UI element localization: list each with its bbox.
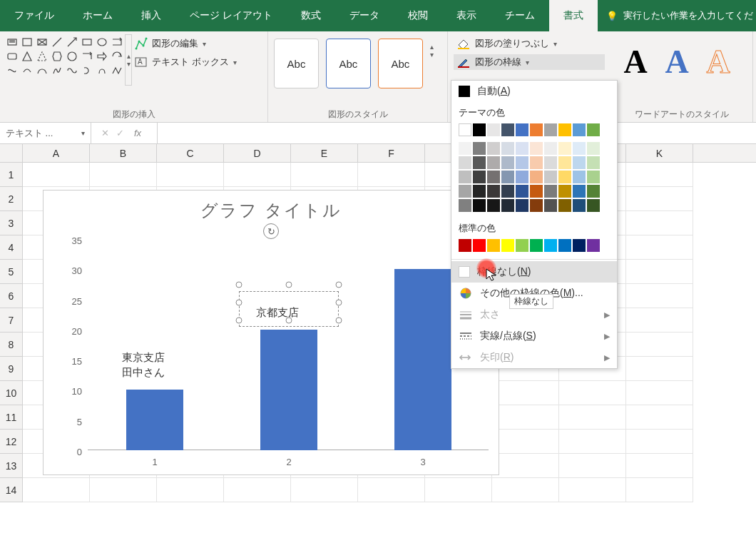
cell[interactable] (90, 163, 157, 187)
cell[interactable] (626, 163, 693, 187)
row-header[interactable]: 2 (0, 187, 23, 211)
cell[interactable] (626, 478, 693, 502)
color-swatch[interactable] (501, 199, 514, 212)
bar[interactable] (260, 330, 317, 450)
col-header[interactable]: D (224, 144, 291, 162)
cell[interactable] (157, 478, 224, 502)
cell[interactable] (626, 333, 693, 357)
row-header[interactable]: 1 (0, 163, 23, 187)
cell[interactable] (425, 478, 492, 502)
color-swatch[interactable] (587, 239, 600, 252)
tab-数式[interactable]: 数式 (287, 0, 335, 31)
resize-handle[interactable] (236, 299, 242, 305)
color-swatch[interactable] (544, 185, 557, 198)
confirm-icon[interactable]: ✓ (116, 128, 124, 138)
shape-style-3[interactable]: Abc (378, 39, 423, 88)
cell[interactable] (224, 478, 291, 502)
color-swatch[interactable] (473, 185, 486, 198)
color-swatch[interactable] (473, 142, 486, 155)
row-header[interactable]: 6 (0, 284, 23, 308)
cells-area[interactable]: グラフ タイトル ↻ 05101520253035 1東京支店田中さん2京都支店… (23, 163, 756, 502)
cell[interactable] (626, 357, 693, 381)
data-label[interactable]: 東京支店田中さん (122, 350, 165, 380)
color-swatch[interactable] (459, 239, 471, 252)
color-swatch[interactable] (587, 142, 600, 155)
color-swatch[interactable] (516, 156, 528, 169)
resize-handle[interactable] (336, 299, 342, 305)
cell[interactable] (626, 405, 693, 430)
color-swatch[interactable] (558, 156, 571, 169)
color-swatch[interactable] (544, 171, 557, 183)
cell[interactable] (626, 187, 693, 211)
color-swatch[interactable] (516, 142, 528, 155)
color-swatch[interactable] (487, 239, 500, 252)
color-swatch[interactable] (530, 199, 543, 212)
color-swatch[interactable] (516, 239, 528, 252)
color-swatch[interactable] (558, 142, 571, 155)
color-swatch[interactable] (573, 185, 586, 198)
color-swatch[interactable] (573, 156, 586, 169)
color-swatch[interactable] (587, 123, 600, 136)
color-swatch[interactable] (530, 123, 543, 136)
name-box[interactable]: テキスト ... ▾ (0, 123, 91, 143)
color-swatch[interactable] (487, 171, 500, 183)
color-swatch[interactable] (487, 185, 500, 198)
color-swatch[interactable] (501, 156, 514, 169)
cell[interactable] (626, 454, 693, 478)
cell[interactable] (559, 478, 626, 502)
color-swatch[interactable] (530, 171, 543, 183)
row-header[interactable]: 14 (0, 478, 23, 502)
color-swatch[interactable] (473, 123, 486, 136)
cell[interactable] (559, 381, 626, 405)
fx-icon[interactable]: fx (131, 128, 147, 138)
color-swatch[interactable] (487, 123, 500, 136)
cell[interactable] (626, 235, 693, 260)
col-header[interactable]: F (358, 144, 425, 162)
color-swatch[interactable] (487, 199, 500, 212)
tab-書式[interactable]: 書式 (549, 0, 598, 31)
cell[interactable] (626, 381, 693, 405)
cell[interactable] (23, 163, 90, 187)
cell[interactable] (626, 308, 693, 333)
color-swatch[interactable] (459, 123, 471, 136)
color-swatch[interactable] (459, 156, 471, 169)
edit-shape-button[interactable]: 図形の編集 ▾ (132, 36, 240, 51)
row-header[interactable]: 12 (0, 430, 23, 454)
tab-挿入[interactable]: 挿入 (127, 0, 175, 31)
row-header[interactable]: 4 (0, 235, 23, 260)
color-swatch[interactable] (558, 239, 571, 252)
shape-style-expand[interactable]: ▴▾ (430, 39, 441, 59)
color-swatch[interactable] (573, 142, 586, 155)
cell[interactable] (492, 430, 559, 454)
plot-area[interactable]: 05101520253035 1東京支店田中さん2京都支店3 (88, 240, 489, 450)
tab-ファイル[interactable]: ファイル (0, 0, 68, 31)
cell[interactable] (291, 478, 358, 502)
cell[interactable] (626, 430, 693, 454)
color-swatch[interactable] (587, 185, 600, 198)
color-swatch[interactable] (544, 199, 557, 212)
color-swatch[interactable] (544, 239, 557, 252)
resize-handle[interactable] (286, 317, 292, 323)
tab-ページ レイアウト[interactable]: ページ レイアウト (175, 0, 287, 31)
tell-me[interactable]: 💡実行したい作業を入力してくだ (606, 9, 753, 22)
row-header[interactable]: 13 (0, 454, 23, 478)
color-swatch[interactable] (558, 123, 571, 136)
cell[interactable] (626, 260, 693, 284)
cell[interactable] (291, 163, 358, 187)
tab-ホーム[interactable]: ホーム (68, 0, 127, 31)
col-header[interactable]: C (157, 144, 224, 162)
row-header[interactable]: 10 (0, 381, 23, 405)
color-swatch[interactable] (459, 185, 471, 198)
shape-outline-button[interactable]: 図形の枠線 ▾ (454, 54, 605, 70)
cell[interactable] (559, 454, 626, 478)
color-swatch[interactable] (487, 142, 500, 155)
tab-チーム[interactable]: チーム (491, 0, 549, 31)
resize-handle[interactable] (236, 281, 242, 288)
cell[interactable] (358, 478, 425, 502)
cell[interactable] (90, 478, 157, 502)
col-header[interactable]: E (291, 144, 358, 162)
cell[interactable] (157, 163, 224, 187)
color-swatch[interactable] (573, 171, 586, 183)
tab-データ[interactable]: データ (335, 0, 394, 31)
color-swatch[interactable] (459, 199, 471, 212)
